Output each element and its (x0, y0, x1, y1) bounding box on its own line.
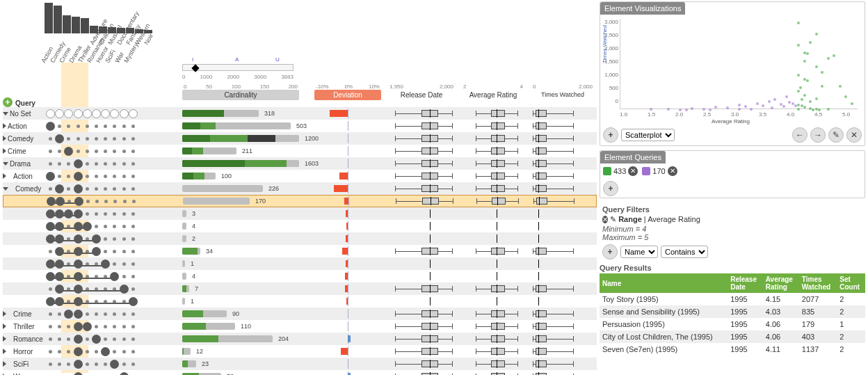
results-col-header[interactable]: SetCount (837, 273, 865, 293)
membership-dot (104, 137, 107, 141)
deviation-bar (314, 359, 381, 369)
cardinality-bar: 7 (182, 284, 299, 294)
edit-filter-button[interactable] (610, 215, 616, 223)
col-deviation[interactable]: Deviation (314, 90, 381, 100)
membership-dot (58, 312, 61, 316)
cardinality-bar: 110 (182, 321, 299, 331)
upset-row[interactable]: Crime211 (3, 145, 597, 157)
element-query-badge[interactable]: 170✕ (642, 166, 677, 176)
genre-bar[interactable] (54, 6, 62, 33)
scatter-point (756, 102, 759, 105)
next-vis-button[interactable] (810, 127, 826, 143)
upset-row[interactable]: 4 (3, 270, 597, 282)
upset-row[interactable]: 1 (3, 257, 597, 270)
membership-dot (74, 310, 83, 319)
add-element-query-button[interactable] (603, 181, 618, 196)
boxplot (531, 221, 594, 231)
upset-row[interactable]: Horror12 (3, 345, 597, 358)
membership-dot (95, 175, 98, 178)
membership-dot (49, 350, 52, 353)
results-row[interactable]: City of Lost Children, The (1995)19954.0… (600, 330, 865, 343)
disclosure-triangle-icon[interactable] (3, 349, 6, 354)
disclosure-triangle-icon[interactable] (3, 187, 8, 191)
results-row[interactable]: Sense and Sensibility (1995)19954.038352 (600, 305, 865, 318)
upset-row[interactable]: Action100 (3, 170, 597, 182)
scatter-point (806, 52, 809, 55)
genre-bar[interactable] (72, 17, 80, 33)
vis-type-select[interactable]: Scatterplot (621, 129, 675, 141)
upset-row[interactable]: No Set318 (3, 107, 597, 120)
deviation-bar (314, 234, 381, 244)
disclosure-triangle-icon[interactable] (3, 324, 6, 329)
disclosure-triangle-icon[interactable] (3, 173, 6, 179)
upset-row[interactable]: 3 (3, 207, 597, 220)
col-times-watched[interactable]: Times Watched (531, 90, 594, 99)
upset-row[interactable]: 170 (3, 195, 597, 207)
add-vis-button[interactable] (603, 127, 618, 143)
upset-row[interactable]: Action503 (3, 120, 597, 132)
upset-row[interactable]: 34 (3, 245, 597, 257)
upset-row[interactable]: 1 (3, 295, 597, 308)
membership-dot (113, 337, 116, 341)
col-release-date[interactable]: Release Date (388, 90, 455, 100)
upset-row[interactable]: 7 (3, 282, 597, 295)
disclosure-triangle-icon[interactable] (3, 112, 8, 115)
remove-filter-button[interactable]: ✕ (602, 216, 608, 223)
genre-bar[interactable] (45, 3, 53, 33)
membership-dot (92, 109, 101, 118)
disclosure-triangle-icon[interactable] (3, 361, 6, 367)
results-col-header[interactable]: ReleaseDate (728, 273, 763, 293)
boxplot (531, 309, 594, 319)
upset-row[interactable]: SciFi23 (3, 358, 597, 370)
results-col-header[interactable]: AverageRating (763, 273, 799, 293)
remove-badge-button[interactable]: ✕ (628, 166, 638, 176)
results-row[interactable]: Persuasion (1995)19954.061791 (600, 318, 865, 330)
results-cell: 4.15 (763, 293, 799, 305)
upset-row[interactable]: Romance204 (3, 333, 597, 345)
diamond-icon[interactable] (191, 64, 199, 72)
results-col-header[interactable]: TimesWatched (799, 273, 837, 293)
results-row[interactable]: Seven (Se7en) (1995)19954.1111372 (600, 343, 865, 356)
disclosure-triangle-icon[interactable] (3, 136, 6, 141)
remove-vis-button[interactable] (846, 127, 862, 143)
results-row[interactable]: Toy Story (1995)19954.1520772 (600, 293, 865, 305)
scatterplot[interactable]: Times Watched Average Rating 3,0002,5002… (600, 15, 862, 125)
disclosure-triangle-icon[interactable] (3, 311, 6, 317)
upset-row[interactable]: Drama1603 (3, 157, 597, 170)
membership-dot (86, 162, 89, 166)
add-filter-button[interactable] (602, 244, 618, 260)
upset-row[interactable]: Comedy226 (3, 182, 597, 195)
element-query-badge[interactable]: 433✕ (603, 166, 638, 176)
edit-vis-button[interactable] (828, 127, 844, 143)
disclosure-triangle-icon[interactable] (3, 123, 6, 129)
cardinality-brush[interactable]: I A U 01000200030003883 (182, 64, 294, 80)
add-query-button[interactable]: + (3, 97, 13, 107)
col-average-rating[interactable]: Average Rating (462, 90, 524, 100)
membership-dot (132, 200, 136, 203)
upset-row[interactable]: Crime90 (3, 308, 597, 320)
filter-op-select[interactable]: Contains (661, 246, 708, 258)
genre-bar[interactable] (63, 15, 71, 33)
cardinality-value: 90 (232, 310, 239, 317)
membership-dot (104, 125, 107, 128)
disclosure-triangle-icon[interactable] (3, 148, 6, 154)
disclosure-triangle-icon[interactable] (3, 336, 6, 342)
set-membership-matrix (46, 222, 182, 231)
upset-row[interactable]: Thriller110 (3, 320, 597, 333)
upset-row[interactable]: 4 (3, 220, 597, 232)
col-cardinality[interactable]: Cardinality (182, 90, 299, 100)
upset-row[interactable]: 2 (3, 232, 597, 245)
prev-vis-button[interactable] (792, 127, 807, 143)
genre-bar[interactable] (81, 18, 89, 33)
scatter-point (821, 71, 823, 74)
filter-attr-select[interactable]: Name (620, 246, 658, 258)
scatter-point (797, 108, 800, 111)
upset-row[interactable]: War76 (3, 370, 597, 375)
disclosure-triangle-icon[interactable] (3, 162, 8, 166)
remove-badge-button[interactable]: ✕ (668, 166, 677, 176)
membership-dot (95, 137, 98, 141)
boxplot (531, 321, 594, 331)
membership-dot (74, 285, 83, 294)
results-col-header[interactable]: Name (600, 273, 728, 293)
upset-row[interactable]: Comedy1200 (3, 132, 597, 145)
